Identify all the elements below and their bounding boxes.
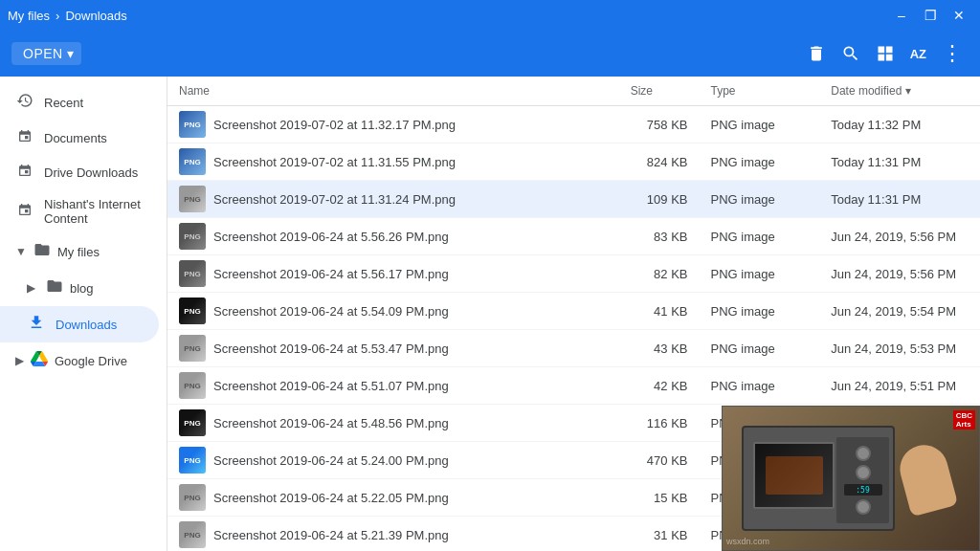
file-thumbnail: PNG: [179, 409, 206, 436]
oven-body: :59: [742, 426, 895, 531]
file-size: 82 KB: [619, 255, 700, 293]
blog-folder-icon: [45, 277, 64, 298]
sidebar-item-blog[interactable]: ▶ blog: [0, 270, 167, 306]
sidebar-label-blog: blog: [70, 281, 94, 296]
file-date: Today 11:31 PM: [819, 143, 980, 181]
file-date: Jun 24, 2019, 5:51 PM: [819, 367, 980, 405]
sidebar-label-documents: Documents: [44, 131, 107, 145]
sort-button[interactable]: AZ: [904, 41, 932, 67]
file-name-cell: PNG Screenshot 2019-06-24 at 5.56.17 PM.…: [167, 255, 619, 293]
table-row[interactable]: PNG Screenshot 2019-06-24 at 5.56.17 PM.…: [167, 255, 980, 293]
sidebar-item-recent[interactable]: Recent: [0, 84, 159, 121]
file-name: Screenshot 2019-06-24 at 5.56.17 PM.png: [213, 267, 449, 281]
minimize-button[interactable]: –: [888, 2, 915, 29]
file-name-cell: PNG Screenshot 2019-06-24 at 5.21.39 PM.…: [167, 517, 619, 552]
file-size: 43 KB: [619, 330, 700, 367]
file-thumbnail: PNG: [179, 335, 206, 362]
google-drive-icon: [30, 350, 49, 371]
sidebar-item-drive-downloads[interactable]: Drive Downloads: [0, 155, 159, 189]
file-thumbnail: PNG: [179, 372, 206, 399]
table-row[interactable]: PNG Screenshot 2019-06-24 at 5.51.07 PM.…: [167, 367, 980, 405]
search-button[interactable]: [835, 38, 866, 69]
file-date: Jun 24, 2019, 5:53 PM: [819, 330, 980, 367]
file-thumbnail: PNG: [179, 148, 206, 175]
file-thumbnail: PNG: [179, 447, 206, 474]
toolbar: OPEN ▾ AZ ⋮: [0, 31, 980, 77]
file-type: PNG image: [700, 218, 820, 255]
file-name: Screenshot 2019-07-02 at 11.32.17 PM.png: [213, 118, 456, 132]
file-date: Jun 24, 2019, 5:54 PM: [819, 293, 980, 330]
watermark: wsxdn.com: [726, 537, 769, 546]
file-name-cell: PNG Screenshot 2019-07-02 at 11.32.17 PM…: [167, 106, 619, 143]
file-type: PNG image: [700, 367, 820, 405]
open-button[interactable]: OPEN ▾: [11, 42, 81, 65]
oven-window: [753, 442, 835, 509]
file-thumbnail: PNG: [179, 186, 206, 212]
col-header-date[interactable]: Date modified ▾: [819, 77, 980, 106]
file-size: 824 KB: [619, 143, 700, 181]
file-name: Screenshot 2019-06-24 at 5.22.05 PM.png: [213, 491, 449, 505]
file-name-cell: PNG Screenshot 2019-07-02 at 11.31.55 PM…: [167, 143, 619, 181]
oven-scene: :59 CBCArts wsxdn.com: [723, 407, 979, 550]
toolbar-actions: AZ ⋮: [801, 35, 969, 72]
window-controls: – ❐ ✕: [888, 2, 972, 29]
sidebar-label-my-files: My files: [57, 245, 100, 259]
table-row[interactable]: PNG Screenshot 2019-07-02 at 11.31.55 PM…: [167, 143, 980, 181]
file-type: PNG image: [700, 181, 820, 218]
sidebar-label-nishant: Nishant's Internet Content: [44, 197, 144, 226]
table-row[interactable]: PNG Screenshot 2019-07-02 at 11.32.17 PM…: [167, 106, 980, 143]
sidebar-item-documents[interactable]: Documents: [0, 121, 159, 155]
file-type: PNG image: [700, 293, 820, 330]
sidebar-item-my-files[interactable]: ▼ My files: [0, 233, 167, 270]
file-size: 470 KB: [619, 442, 700, 479]
file-name: Screenshot 2019-06-24 at 5.48.56 PM.png: [213, 416, 449, 430]
table-row[interactable]: PNG Screenshot 2019-06-24 at 5.53.47 PM.…: [167, 330, 980, 367]
file-name-cell: PNG Screenshot 2019-06-24 at 5.48.56 PM.…: [167, 405, 619, 442]
file-size: 31 KB: [619, 517, 700, 552]
file-name-cell: PNG Screenshot 2019-06-24 at 5.24.00 PM.…: [167, 442, 619, 479]
nishant-icon: [15, 202, 34, 221]
downloads-folder-icon: [27, 314, 46, 335]
file-date: Today 11:31 PM: [819, 181, 980, 218]
oven-knob-2: [856, 465, 871, 480]
table-row[interactable]: PNG Screenshot 2019-06-24 at 5.54.09 PM.…: [167, 293, 980, 330]
maximize-button[interactable]: ❐: [917, 2, 944, 29]
file-name: Screenshot 2019-06-24 at 5.54.09 PM.png: [213, 304, 449, 319]
table-row[interactable]: PNG Screenshot 2019-06-24 at 5.56.26 PM.…: [167, 218, 980, 255]
close-button[interactable]: ✕: [946, 2, 972, 29]
chevron-down-icon: ▼: [15, 245, 27, 258]
file-name: Screenshot 2019-06-24 at 5.24.00 PM.png: [213, 453, 449, 468]
oven-knob-1: [856, 446, 871, 461]
table-row[interactable]: PNG Screenshot 2019-07-02 at 11.31.24 PM…: [167, 181, 980, 218]
oven-knob-3: [856, 499, 871, 515]
sidebar: Recent Documents Drive Downloads Nishant…: [0, 77, 167, 551]
file-size: 41 KB: [619, 293, 700, 330]
file-name: Screenshot 2019-06-24 at 5.21.39 PM.png: [213, 528, 449, 542]
more-options-button[interactable]: ⋮: [936, 35, 969, 72]
col-header-type: Type: [700, 77, 820, 106]
file-thumbnail: PNG: [179, 521, 206, 548]
chevron-right-icon-gdrive: ▶: [15, 354, 24, 367]
file-size: 116 KB: [619, 405, 700, 442]
file-name-cell: PNG Screenshot 2019-07-02 at 11.31.24 PM…: [167, 181, 619, 218]
sidebar-item-google-drive[interactable]: ▶ Google Drive: [0, 342, 167, 379]
file-thumbnail: PNG: [179, 260, 206, 287]
file-name-cell: PNG Screenshot 2019-06-24 at 5.53.47 PM.…: [167, 330, 619, 367]
grid-view-button[interactable]: [870, 38, 901, 69]
file-type: PNG image: [700, 330, 820, 367]
sidebar-item-nishant[interactable]: Nishant's Internet Content: [0, 189, 159, 233]
sidebar-label-drive-downloads: Drive Downloads: [44, 165, 138, 180]
file-name: Screenshot 2019-06-24 at 5.53.47 PM.png: [213, 342, 449, 356]
file-size: 15 KB: [619, 479, 700, 517]
sidebar-item-downloads[interactable]: Downloads: [0, 306, 159, 342]
video-preview-inner: :59 CBCArts wsxdn.com: [723, 407, 979, 550]
col-header-name: Name: [167, 77, 619, 106]
breadcrumb-current: Downloads: [65, 9, 126, 23]
file-size: 758 KB: [619, 106, 700, 143]
delete-button[interactable]: [801, 38, 832, 69]
file-thumbnail: PNG: [179, 298, 206, 324]
file-name-cell: PNG Screenshot 2019-06-24 at 5.51.07 PM.…: [167, 367, 619, 405]
file-name: Screenshot 2019-06-24 at 5.51.07 PM.png: [213, 379, 449, 393]
breadcrumb-root[interactable]: My files: [8, 9, 50, 23]
file-date: Jun 24, 2019, 5:56 PM: [819, 255, 980, 293]
